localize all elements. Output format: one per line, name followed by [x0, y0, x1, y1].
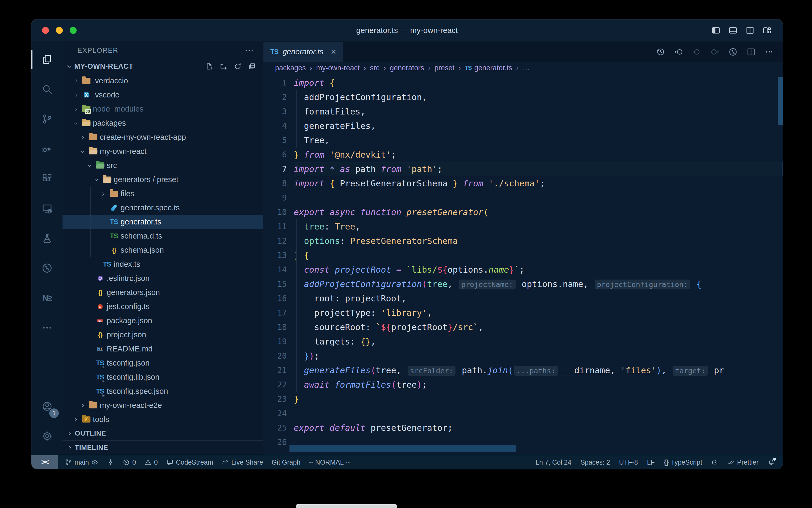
code-line-2[interactable]: 2 addProjectConfiguration, [264, 90, 783, 104]
tree-item-packages[interactable]: packages [62, 116, 263, 130]
tree-item-tsconfig-spec-json[interactable]: TStsconfig.spec.json [62, 384, 263, 398]
horizontal-scrollbar[interactable] [289, 445, 516, 452]
tree-item-index-ts[interactable]: TSindex.ts [62, 257, 263, 271]
code-line-11[interactable]: 11 tree: Tree, [264, 219, 783, 234]
status-eol[interactable]: LF [647, 459, 655, 466]
refresh-icon[interactable] [234, 62, 242, 70]
activity-item-search[interactable] [32, 74, 62, 104]
code-line-5[interactable]: 5 Tree, [264, 133, 783, 147]
toggle-panel-icon[interactable] [728, 26, 737, 35]
code-line-20[interactable]: 20 }); [264, 349, 783, 363]
breadcrumb-packages[interactable]: packages [275, 64, 306, 72]
tree-item-src[interactable]: src [62, 159, 263, 173]
status-codestream[interactable]: CodeStream [166, 459, 213, 466]
activity-item-accounts[interactable]: 1 [32, 391, 62, 421]
code-line-23[interactable]: 23} [264, 392, 783, 406]
activity-item-extensions[interactable] [32, 164, 62, 194]
status-git-graph[interactable]: Git Graph [272, 459, 300, 466]
vertical-scrollbar[interactable] [778, 77, 783, 125]
new-folder-icon[interactable] [220, 62, 228, 70]
toggle-sidebar-icon[interactable] [711, 26, 720, 35]
tree-item-readme-md[interactable]: README.md [62, 342, 263, 356]
code-line-8[interactable]: 8import { PresetGeneratorSchema } from '… [264, 176, 783, 190]
new-file-icon[interactable] [206, 62, 213, 70]
code-line-22[interactable]: 22 await formatFiles(tree); [264, 378, 783, 392]
code-line-16[interactable]: 16 root: projectRoot, [264, 291, 783, 306]
explorer-more-button[interactable]: ⋯ [245, 46, 254, 55]
close-tab-icon[interactable]: × [331, 47, 336, 57]
fullscreen-button[interactable] [70, 27, 77, 34]
tree-item--verdaccio[interactable]: .verdaccio [62, 74, 263, 88]
tree-item-schema-d-ts[interactable]: TSschema.d.ts [62, 229, 263, 243]
split-editor-icon[interactable] [747, 47, 756, 56]
activity-item-remote-explorer[interactable] [32, 194, 62, 223]
breadcrumb-preset[interactable]: preset [434, 64, 455, 72]
breadcrumb--[interactable]: … [523, 64, 530, 72]
tree-item-node-modules[interactable]: JSnode_modules [62, 102, 263, 116]
status-prettier[interactable]: Prettier [727, 459, 759, 466]
status-indentation[interactable]: Spaces: 2 [580, 459, 610, 466]
tree-item-tools[interactable]: ✗tools [62, 413, 263, 426]
remote-indicator[interactable]: >< [32, 455, 58, 469]
code-line-19[interactable]: 19 targets: {}, [264, 334, 783, 349]
tree-item-project-json[interactable]: {}project.json [62, 328, 263, 342]
git-circle-icon[interactable] [728, 47, 737, 56]
status-branch[interactable]: main [65, 459, 98, 466]
tree-item-my-own-react[interactable]: my-own-react [62, 144, 263, 159]
code-line-9[interactable]: 9 [264, 190, 783, 205]
activity-item-testing[interactable] [32, 223, 62, 253]
split-editor-icon[interactable] [746, 26, 755, 35]
outline-panel-header[interactable]: OUTLINE [62, 426, 263, 440]
code-line-18[interactable]: 18 sourceRoot: `${projectRoot}/src`, [264, 320, 783, 334]
breadcrumb-my-own-react[interactable]: my-own-react [316, 64, 360, 72]
close-button[interactable] [42, 27, 49, 34]
code-line-14[interactable]: 14 const projectRoot = `libs/${options.n… [264, 262, 783, 277]
status-language[interactable]: {}TypeScript [664, 459, 702, 466]
collapse-all-icon[interactable] [248, 62, 256, 70]
nav-prev-icon[interactable] [692, 47, 701, 56]
tab-generator-ts[interactable]: TS generator.ts × [264, 42, 343, 62]
activity-item-source-control[interactable] [32, 104, 62, 134]
activity-item-nx-console[interactable]: N≥ [32, 283, 62, 313]
code-line-10[interactable]: 10export async function presetGenerator( [264, 205, 783, 219]
code-line-6[interactable]: 6} from '@nx/devkit'; [264, 147, 783, 162]
code-line-13[interactable]: 13) { [264, 248, 783, 262]
titlebar[interactable]: generator.ts — my-own-react [32, 19, 783, 42]
tree-item-generators-preset[interactable]: generators / preset [62, 173, 263, 187]
breadcrumb-generator-ts[interactable]: TSgenerator.ts [465, 64, 513, 72]
tree-item-create-my-own-react-app[interactable]: create-my-own-react-app [62, 130, 263, 144]
code-line-15[interactable]: 15 addProjectConfiguration(tree, project… [264, 277, 783, 291]
timeline-panel-header[interactable]: TIMELINE [62, 440, 263, 455]
tree-item-generator-spec-ts[interactable]: generator.spec.ts [62, 201, 263, 215]
tree-item-package-json[interactable]: npmpackage.json [62, 314, 263, 328]
status-vim-mode[interactable]: -- NORMAL -- [309, 459, 349, 466]
activity-item-settings[interactable] [32, 421, 62, 451]
code-line-4[interactable]: 4 generateFiles, [264, 119, 783, 133]
status-encoding[interactable]: UTF-8 [619, 459, 638, 466]
tree-item--eslintrc-json[interactable]: .eslintrc.json [62, 271, 263, 286]
code-line-24[interactable]: 24 [264, 406, 783, 421]
code-line-25[interactable]: 25export default presetGenerator; [264, 421, 783, 435]
activity-item-run-and-debug[interactable] [32, 134, 62, 164]
status-notifications[interactable] [768, 459, 775, 466]
tree-item--vscode[interactable]: .vscode [62, 88, 263, 102]
minimize-button[interactable] [56, 27, 63, 34]
status-live-share[interactable]: Live Share [222, 459, 263, 466]
tree-item-my-own-react-e2e[interactable]: my-own-react-e2e [62, 398, 263, 413]
tree-item-tsconfig-json[interactable]: TStsconfig.json [62, 356, 263, 370]
activity-item-git-graph[interactable] [32, 253, 62, 283]
breadcrumb-src[interactable]: src [370, 64, 379, 72]
activity-item-more[interactable] [32, 313, 62, 343]
code-line-1[interactable]: 1import { [264, 76, 783, 90]
code-line-7[interactable]: 7import * as path from 'path'; [264, 162, 783, 176]
status-cursor-position[interactable]: Ln 7, Col 24 [535, 459, 571, 466]
tree-item-jest-config-ts[interactable]: jest.config.ts [62, 300, 263, 314]
tree-item-generators-json[interactable]: {}generators.json [62, 286, 263, 300]
code-line-21[interactable]: 21 generateFiles(tree, srcFolder: path.j… [264, 363, 783, 378]
breadcrumb-generators[interactable]: generators [390, 64, 424, 72]
status-commit-graph[interactable] [107, 459, 114, 466]
status-extension-robot[interactable] [711, 459, 718, 466]
history-icon[interactable] [656, 47, 665, 56]
code-line-3[interactable]: 3 formatFiles, [264, 104, 783, 119]
status-warnings[interactable]: 0 [144, 459, 158, 466]
